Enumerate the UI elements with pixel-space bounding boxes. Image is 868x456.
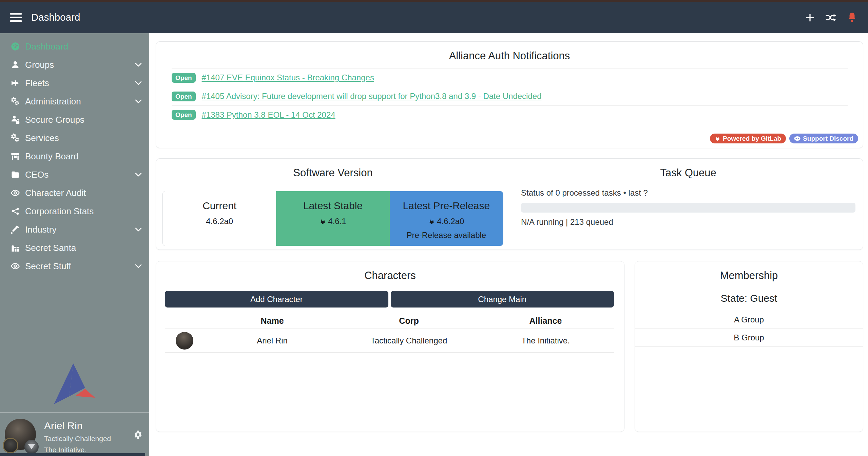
gitlab-tanuki-icon (320, 218, 326, 225)
gauge-icon (10, 41, 20, 52)
sidebar-item-label: Bounty Board (25, 151, 79, 162)
gears-icon (10, 133, 20, 143)
eye-icon (10, 188, 20, 198)
list-item: Open #1407 EVE Equinox Status - Breaking… (172, 68, 848, 87)
discord-icon (794, 136, 801, 141)
sidebar-item-label: Services (25, 133, 59, 143)
version-latest-prerelease: Latest Pre-Release 4.6.2a0 Pre-Release a… (390, 191, 503, 246)
discord-badge[interactable]: Support Discord (789, 134, 858, 143)
notification-bell-icon[interactable] (846, 12, 858, 23)
sidebar-item-label: Character Audit (25, 188, 86, 198)
sidebar-item-services[interactable]: Services (0, 129, 149, 147)
eye-icon (10, 261, 20, 271)
user-settings-gear-icon[interactable] (134, 430, 142, 439)
characters-table: Name Corp Alliance Ariel Rin Tactically … (165, 313, 614, 353)
sidebar-item-label: Administration (25, 96, 81, 107)
sidebar-item-label: Groups (25, 60, 54, 70)
user-icon (10, 60, 20, 70)
task-queue-progress-bar (521, 203, 855, 213)
list-item: B Group (635, 329, 863, 347)
sidebar-item-dashboard[interactable]: Dashboard (0, 37, 149, 56)
notifications-list: Open #1407 EVE Equinox Status - Breaking… (172, 68, 848, 124)
user-panel: Ariel Rin Tactically Challenged The Init… (0, 412, 149, 453)
add-character-button[interactable]: Add Character (165, 291, 388, 308)
current-version-value: 4.6.2a0 (163, 217, 276, 226)
sidebar-item-character-audit[interactable]: Character Audit (0, 184, 149, 202)
sidebar-item-label: Industry (25, 224, 57, 235)
sidebar-item-industry[interactable]: Industry (0, 220, 149, 239)
sidebar-item-secret-stuff[interactable]: Secret Stuff (0, 257, 149, 275)
notifications-panel: Alliance Auth Notifications Open #1407 E… (156, 41, 863, 148)
alliance-logo (24, 440, 39, 454)
column-header-corp: Corp (341, 316, 477, 326)
gitlab-tanuki-icon (428, 218, 435, 225)
alliance-auth-logo (52, 359, 96, 405)
navbar-actions (804, 12, 858, 23)
sidebar-item-label: CEOs (25, 170, 49, 180)
notification-link[interactable]: #1383 Python 3.8 EOL - 14 Oct 2024 (202, 110, 335, 120)
sidebar-item-label: Secret Stuff (25, 261, 71, 272)
user-name: Ariel Rin (44, 420, 111, 432)
share-nodes-icon (10, 206, 20, 216)
table-header-row: Name Corp Alliance (165, 313, 614, 329)
sidebar-item-label: Corporation Stats (25, 206, 94, 217)
cell-character-alliance: The Initiative. (477, 336, 614, 345)
sidebar-item-ceos[interactable]: CEOs (0, 165, 149, 184)
status-badge: Open (172, 92, 196, 101)
sidebar-item-secure-groups[interactable]: Secure Groups (0, 111, 149, 129)
version-latest-stable: Latest Stable 4.6.1 (276, 191, 389, 246)
shuffle-icon[interactable] (825, 12, 837, 23)
folder-icon (10, 170, 20, 180)
sidebar-item-label: Secret Santa (25, 243, 76, 253)
jet-icon (10, 78, 20, 88)
notifications-title: Alliance Auth Notifications (156, 50, 863, 62)
sidebar-item-bounty-board[interactable]: Bounty Board (0, 147, 149, 165)
gitlab-badge[interactable]: Powered by GitLab (710, 134, 786, 143)
storefront-icon (10, 151, 20, 161)
version-boxes: Current 4.6.2a0 Latest Stable 4.6.1 (162, 191, 503, 246)
sidebar-item-secret-santa[interactable]: Secret Santa (0, 239, 149, 257)
column-header-alliance: Alliance (477, 316, 614, 326)
hammer-icon (10, 224, 20, 235)
prerelease-version-value: 4.6.2a0 (390, 217, 503, 226)
cell-character-corp: Tactically Challenged (341, 336, 477, 345)
sidebar-item-groups[interactable]: Groups (0, 56, 149, 74)
top-navbar: Dashboard (0, 2, 868, 33)
software-version-section: Software Version Current 4.6.2a0 Latest … (156, 159, 510, 250)
notification-link[interactable]: #1407 EVE Equinox Status - Breaking Chan… (202, 73, 374, 82)
sidebar-nav: Dashboard Groups Fleets (0, 33, 149, 275)
sidebar-item-corporation-stats[interactable]: Corporation Stats (0, 202, 149, 220)
version-taskqueue-panel: Software Version Current 4.6.2a0 Latest … (156, 158, 863, 250)
task-queue-status: Status of 0 processed tasks • last ? (521, 188, 855, 198)
main-content: Alliance Auth Notifications Open #1407 E… (149, 33, 868, 456)
column-header-name: Name (204, 316, 341, 326)
notification-link[interactable]: #1405 Advisory: Future development will … (202, 92, 542, 101)
membership-state: State: Guest (635, 293, 863, 304)
table-row: Ariel Rin Tactically Challenged The Init… (165, 329, 614, 353)
add-icon[interactable] (804, 12, 816, 23)
software-version-title: Software Version (156, 167, 510, 179)
status-badge: Open (172, 73, 196, 83)
notifications-footer: Powered by GitLab Support Discord (710, 134, 858, 143)
membership-title: Membership (635, 270, 863, 282)
task-queue-title: Task Queue (521, 167, 855, 179)
sidebar-item-fleets[interactable]: Fleets (0, 74, 149, 92)
characters-panel: Characters Add Character Change Main Nam… (156, 261, 624, 432)
user-lock-icon (10, 115, 20, 125)
sidebar-item-administration[interactable]: Administration (0, 92, 149, 111)
chevron-down-icon (135, 173, 142, 177)
chevron-down-icon (135, 227, 142, 232)
user-avatar (5, 418, 37, 453)
change-main-button[interactable]: Change Main (391, 291, 614, 308)
prerelease-note: Pre-Release available (390, 231, 503, 240)
membership-groups-list: A Group B Group (635, 311, 863, 347)
task-queue-summary: N/A running | 213 queued (521, 217, 855, 227)
list-item: Open #1405 Advisory: Future development … (172, 87, 848, 105)
user-alliance: The Initiative. (44, 446, 111, 454)
sidebar-item-label: Dashboard (25, 41, 68, 52)
chevron-down-icon (135, 81, 142, 85)
version-current: Current 4.6.2a0 (163, 191, 276, 246)
gifts-icon (10, 243, 20, 253)
menu-icon[interactable] (10, 13, 22, 22)
corp-logo (3, 438, 18, 453)
